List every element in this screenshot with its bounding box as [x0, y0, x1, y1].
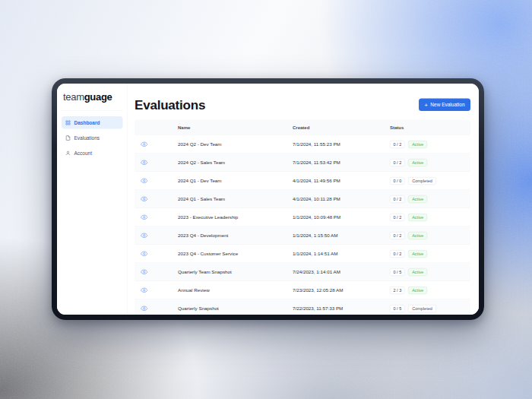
sidebar-item-dashboard[interactable]: Dashboard [62, 116, 123, 129]
table-row[interactable]: 2024 Q1 - Dev Team 4/1/2024, 11:49:56 PM… [135, 172, 470, 190]
evaluation-created: 4/1/2024, 11:49:56 PM [293, 178, 390, 183]
evaluation-created: 7/23/2023, 12:05:28 AM [293, 287, 390, 293]
sidebar-item-label: Account [74, 150, 92, 157]
response-count-badge: 2 / 3 [390, 287, 405, 294]
response-count-badge: 0 / 2 [390, 141, 405, 148]
status-badge: Active [408, 287, 427, 294]
response-count-badge: 0 / 2 [390, 159, 405, 166]
sidebar-nav: Dashboard Evaluations Account [62, 116, 123, 160]
response-count-badge: 0 / 2 [390, 214, 405, 221]
plus-icon: + [424, 102, 427, 108]
evaluations-table: Name Created Status 2024 Q2 - Dev Team 7… [135, 120, 470, 315]
response-count-badge: 0 / 0 [390, 177, 405, 185]
table-row[interactable]: 2024 Q1 - Sales Team 4/1/2024, 10:11:28 … [135, 190, 470, 208]
evaluation-name: Annual Review [178, 287, 293, 293]
view-evaluation-button[interactable] [140, 268, 149, 277]
view-evaluation-button[interactable] [140, 176, 149, 185]
table-row[interactable]: Annual Review 7/23/2023, 12:05:28 AM 2 /… [135, 281, 470, 299]
sidebar-item-evaluations[interactable]: Evaluations [62, 131, 123, 144]
view-evaluation-button[interactable] [140, 231, 149, 240]
evaluation-name: 2023 Q4 - Development [178, 233, 293, 238]
status-badge: Active [408, 195, 427, 203]
column-header-status: Status [390, 120, 470, 135]
evaluation-created: 7/1/2024, 11:55:23 PM [293, 141, 390, 147]
column-header-created: Created [293, 120, 390, 135]
status-badge: Active [408, 214, 427, 221]
evaluation-name: 2024 Q1 - Sales Team [178, 196, 293, 201]
evaluation-name: 2023 Q4 - Customer Service [178, 251, 293, 256]
evaluation-created: 7/24/2023, 1:14:01 AM [293, 269, 390, 274]
table-body: 2024 Q2 - Dev Team 7/1/2024, 11:55:23 PM… [135, 135, 470, 315]
eye-icon [141, 214, 148, 221]
view-evaluation-button[interactable] [140, 158, 149, 167]
eye-icon [141, 141, 148, 148]
view-evaluation-button[interactable] [140, 286, 149, 295]
response-count-badge: 0 / 5 [390, 305, 405, 312]
table-row[interactable]: Quarterly Snapshot 7/22/2023, 11:57:33 P… [135, 299, 470, 315]
view-evaluation-button[interactable] [140, 213, 149, 222]
table-header-row: Name Created Status [135, 120, 470, 136]
evaluation-name: Quarterly Team Snapshot [178, 269, 293, 274]
status-badge: Active [408, 232, 427, 239]
page-header: Evaluations + New Evaluation [135, 97, 470, 112]
sidebar-item-account[interactable]: Account [62, 147, 123, 160]
status-badge: Completed [408, 305, 436, 312]
eye-icon [141, 268, 148, 276]
view-evaluation-button[interactable] [140, 195, 149, 204]
status-badge: Active [408, 159, 427, 166]
evaluation-created: 7/22/2023, 11:57:33 PM [293, 306, 390, 311]
status-badge: Active [408, 268, 427, 276]
eye-icon [141, 177, 148, 185]
evaluation-name: 2024 Q1 - Dev Team [178, 178, 293, 183]
status-badge: Active [408, 250, 427, 258]
response-count-badge: 0 / 2 [390, 195, 405, 203]
view-evaluation-button[interactable] [140, 140, 149, 149]
eye-icon [141, 159, 148, 166]
main-content: Evaluations + New Evaluation Name Create… [128, 84, 479, 315]
evaluation-created: 1/1/2024, 1:15:50 AM [293, 233, 390, 238]
app-logo: teamguage [62, 91, 123, 111]
column-header-name: Name [178, 120, 293, 135]
response-count-badge: 0 / 5 [390, 268, 405, 276]
evaluation-created: 1/1/2024, 10:09:48 PM [293, 214, 390, 220]
logo-part-guage: guage [84, 91, 112, 103]
eye-icon [141, 287, 148, 294]
status-badge: Active [408, 141, 427, 148]
page-title: Evaluations [135, 97, 205, 112]
evaluation-name: Quarterly Snapshot [178, 306, 293, 311]
column-header-actions [135, 122, 178, 132]
table-row[interactable]: 2024 Q2 - Dev Team 7/1/2024, 11:55:23 PM… [135, 135, 470, 154]
new-evaluation-button[interactable]: + New Evaluation [419, 99, 470, 112]
response-count-badge: 0 / 2 [390, 232, 405, 239]
status-badge: Completed [408, 177, 436, 185]
logo-part-team: team [63, 91, 84, 103]
view-evaluation-button[interactable] [140, 304, 149, 313]
eye-icon [141, 195, 148, 203]
table-row[interactable]: 2023 Q4 - Customer Service 1/1/2024, 1:1… [135, 245, 470, 263]
document-icon [65, 135, 71, 141]
table-row[interactable]: 2024 Q2 - Sales Team 7/1/2024, 11:53:42 … [135, 154, 470, 172]
dashboard-grid-icon [65, 120, 71, 125]
response-count-badge: 0 / 2 [390, 250, 405, 258]
view-evaluation-button[interactable] [140, 249, 149, 258]
user-icon [65, 150, 71, 156]
evaluation-created: 4/1/2024, 10:11:28 PM [293, 196, 390, 201]
new-evaluation-label: New Evaluation [430, 102, 464, 108]
eye-icon [141, 232, 148, 239]
sidebar: teamguage Dashboard Evaluations Account [57, 84, 128, 315]
eye-icon [141, 250, 148, 258]
evaluation-created: 7/1/2024, 11:53:42 PM [293, 160, 390, 165]
table-row[interactable]: 2023 - Executive Leadership 1/1/2024, 10… [135, 208, 470, 226]
app-screen: teamguage Dashboard Evaluations Account [57, 84, 479, 315]
eye-icon [141, 305, 148, 312]
sidebar-item-label: Evaluations [74, 135, 100, 141]
device-frame: teamguage Dashboard Evaluations Account [52, 78, 484, 320]
evaluation-name: 2024 Q2 - Dev Team [178, 141, 293, 147]
evaluation-name: 2024 Q2 - Sales Team [178, 160, 293, 165]
evaluation-name: 2023 - Executive Leadership [178, 214, 293, 220]
table-row[interactable]: Quarterly Team Snapshot 7/24/2023, 1:14:… [135, 263, 470, 281]
table-row[interactable]: 2023 Q4 - Development 1/1/2024, 1:15:50 … [135, 226, 470, 245]
evaluation-created: 1/1/2024, 1:14:51 AM [293, 251, 390, 256]
sidebar-item-label: Dashboard [74, 120, 100, 126]
